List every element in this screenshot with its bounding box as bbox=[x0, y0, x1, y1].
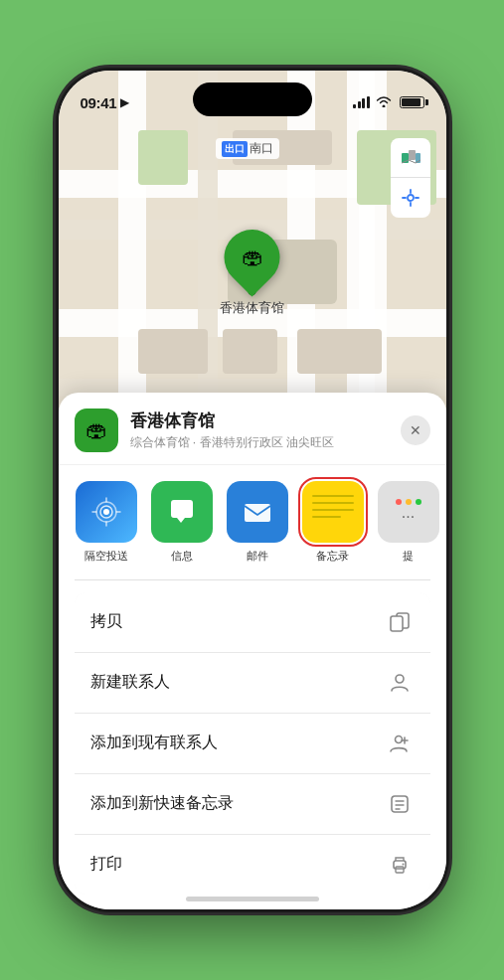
menu-list: 拷贝 新建联系人 添加到现有联系人 bbox=[75, 592, 430, 895]
status-icons bbox=[353, 94, 424, 110]
quick-note-label: 添加到新快速备忘录 bbox=[90, 793, 234, 814]
bottom-sheet: 🏟 香港体育馆 综合体育馆 · 香港特别行政区 油尖旺区 ✕ bbox=[59, 393, 446, 909]
print-icon bbox=[385, 850, 415, 880]
map-controls bbox=[391, 138, 430, 218]
marker-pin-icon: 🏟 bbox=[242, 245, 263, 270]
menu-item-quick-note[interactable]: 添加到新快速备忘录 bbox=[75, 774, 430, 835]
notes-lines bbox=[312, 495, 354, 518]
svg-rect-11 bbox=[245, 504, 270, 522]
action-notes[interactable]: 备忘录 bbox=[301, 481, 365, 564]
exit-tag: 出口 bbox=[222, 141, 248, 157]
copy-icon bbox=[385, 607, 415, 637]
divider bbox=[75, 579, 430, 580]
menu-item-new-contact[interactable]: 新建联系人 bbox=[75, 653, 430, 714]
location-button[interactable] bbox=[391, 178, 430, 218]
exit-label: 南口 bbox=[250, 140, 273, 157]
marker-pin: 🏟 bbox=[213, 218, 291, 296]
action-airdrop[interactable]: 隔空投送 bbox=[75, 481, 138, 564]
status-time: 09:41 bbox=[81, 94, 117, 111]
svg-point-10 bbox=[103, 509, 109, 515]
phone-frame: 09:41 ▶ bbox=[59, 71, 446, 909]
person-add-icon bbox=[385, 729, 415, 758]
venue-name: 香港体育馆 bbox=[130, 409, 389, 432]
home-indicator bbox=[186, 897, 319, 901]
menu-item-copy[interactable]: 拷贝 bbox=[75, 592, 430, 653]
venue-subtitle: 综合体育馆 · 香港特别行政区 油尖旺区 bbox=[130, 434, 389, 451]
close-button[interactable]: ✕ bbox=[401, 415, 430, 445]
airdrop-label: 隔空投送 bbox=[84, 549, 128, 564]
menu-item-print[interactable]: 打印 bbox=[75, 835, 430, 895]
sheet-header: 🏟 香港体育馆 综合体育馆 · 香港特别行政区 油尖旺区 ✕ bbox=[59, 393, 446, 465]
svg-rect-13 bbox=[391, 616, 403, 631]
svg-rect-23 bbox=[396, 867, 404, 873]
airdrop-icon bbox=[76, 481, 137, 543]
add-contact-label: 添加到现有联系人 bbox=[90, 733, 218, 753]
mail-label: 邮件 bbox=[247, 549, 268, 564]
map-label: 出口 南口 bbox=[216, 138, 279, 159]
map-type-button[interactable] bbox=[391, 138, 430, 178]
action-more[interactable]: ··· 提 bbox=[377, 481, 440, 564]
more-icon: ··· bbox=[378, 481, 439, 543]
messages-label: 信息 bbox=[171, 549, 193, 564]
more-label: 提 bbox=[403, 549, 414, 564]
stadium-marker[interactable]: 🏟 香港体育馆 bbox=[220, 230, 284, 317]
wifi-icon bbox=[376, 94, 392, 110]
dynamic-island bbox=[193, 82, 312, 116]
location-icon: ▶ bbox=[120, 95, 129, 109]
new-contact-label: 新建联系人 bbox=[90, 672, 170, 693]
venue-icon: 🏟 bbox=[75, 408, 118, 452]
notes-icon bbox=[302, 481, 364, 543]
person-icon bbox=[385, 668, 415, 698]
print-label: 打印 bbox=[90, 854, 122, 875]
svg-point-15 bbox=[395, 735, 402, 742]
svg-point-14 bbox=[396, 675, 404, 683]
note-icon bbox=[385, 789, 415, 819]
venue-info: 香港体育馆 综合体育馆 · 香港特别行政区 油尖旺区 bbox=[130, 409, 389, 451]
marker-label: 香港体育馆 bbox=[220, 299, 284, 317]
mail-icon bbox=[227, 481, 288, 543]
action-mail[interactable]: 邮件 bbox=[226, 481, 289, 564]
notes-label: 备忘录 bbox=[316, 549, 349, 564]
copy-label: 拷贝 bbox=[90, 611, 122, 632]
svg-rect-1 bbox=[409, 150, 416, 160]
svg-point-3 bbox=[408, 195, 414, 201]
menu-item-add-contact[interactable]: 添加到现有联系人 bbox=[75, 714, 430, 774]
action-messages[interactable]: 信息 bbox=[150, 481, 214, 564]
signal-bars bbox=[353, 96, 370, 108]
actions-row: 隔空投送 信息 邮件 bbox=[59, 465, 446, 579]
messages-icon bbox=[151, 481, 213, 543]
svg-point-24 bbox=[402, 863, 404, 865]
battery-icon bbox=[400, 96, 424, 108]
